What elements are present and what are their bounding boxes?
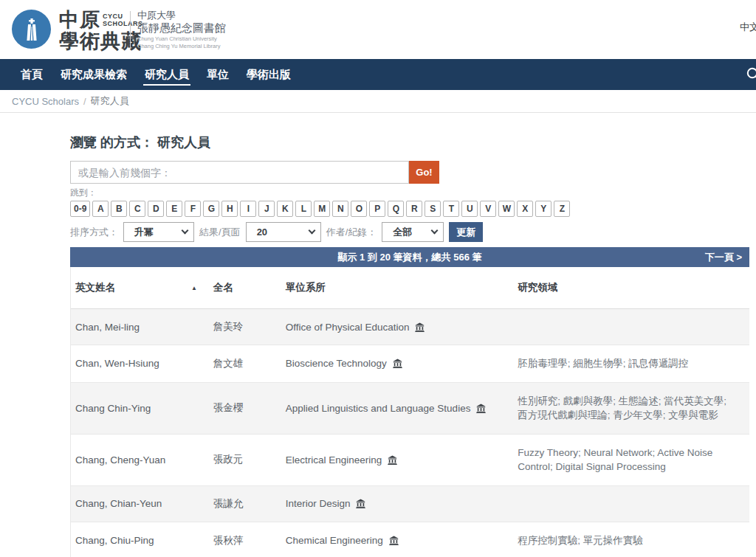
research-field-cell: 性別研究; 戲劇與教學; 生態論述; 當代英美文學; 西方現代戲劇與理論; 青少…	[513, 394, 749, 423]
results-per-page-select[interactable]: 20	[246, 222, 321, 242]
department-cell: Bioscience Technology	[281, 358, 514, 369]
department-cell: Electrical Engineering	[281, 454, 514, 466]
letter-jump-q[interactable]: Q	[388, 201, 404, 217]
researcher-full-name: 張謙允	[209, 497, 281, 511]
research-field-cell: 胚胎毒理學; 細胞生物學; 訊息傳遞調控	[513, 356, 749, 371]
column-header-research-field[interactable]: 研究領域	[513, 281, 749, 294]
department-link[interactable]: Electrical Engineering	[286, 454, 385, 466]
letter-jump-0-9[interactable]: 0-9	[70, 201, 90, 217]
chapel-tower-icon	[21, 17, 43, 42]
department-link[interactable]: Bioscience Technology	[286, 358, 390, 369]
alphabet-jump-row: 0-9 A B C D E F G H I J K L M N O P Q R …	[70, 201, 749, 217]
table-row: Chang Chin-Ying 張金櫻 Applied Linguistics …	[71, 383, 749, 435]
department-cell: Applied Linguistics and Language Studies	[281, 403, 514, 414]
letter-jump-r[interactable]: R	[406, 201, 422, 217]
researcher-name-link[interactable]: Chang, Chiu-Ping	[71, 535, 209, 546]
breadcrumb-current: 研究人員	[91, 94, 129, 108]
nav-item-publishing[interactable]: 學術出版	[238, 59, 300, 90]
column-header-department[interactable]: 單位系所	[281, 281, 514, 294]
nav-item-units[interactable]: 單位	[198, 59, 238, 90]
column-header-full-name[interactable]: 全名	[209, 281, 281, 294]
researcher-name-link[interactable]: Chang, Cheng-Yuan	[71, 454, 209, 466]
letter-jump-w[interactable]: W	[498, 201, 515, 217]
letter-jump-k[interactable]: K	[277, 201, 293, 217]
researcher-full-name: 張金櫻	[209, 401, 281, 415]
letter-jump-h[interactable]: H	[221, 201, 238, 217]
researcher-full-name: 詹美玲	[209, 320, 281, 333]
jump-to-label: 跳到：	[70, 187, 749, 199]
nav-item-researchers[interactable]: 研究人員	[136, 59, 198, 90]
prefix-search-input[interactable]	[70, 161, 409, 184]
library-title-block: 中原大學 張靜愚紀念圖書館 Chung Yuan Christian Unive…	[137, 10, 226, 50]
letter-jump-u[interactable]: U	[461, 201, 478, 217]
letter-jump-z[interactable]: Z	[554, 201, 570, 217]
department-cell: Interior Design	[281, 498, 514, 509]
letter-jump-f[interactable]: F	[185, 201, 201, 217]
nav-list: 首頁 研究成果檢索 研究人員 單位 學術出版	[0, 59, 300, 90]
researcher-full-name: 詹文雄	[209, 357, 281, 370]
researcher-name-link[interactable]: Chang Chin-Ying	[71, 403, 209, 414]
university-name-cn: 中原大學	[137, 10, 226, 21]
letter-jump-g[interactable]: G	[203, 201, 219, 217]
department-link[interactable]: Office of Physical Education	[286, 322, 413, 333]
sort-order-value: 升冪	[134, 226, 154, 239]
nav-search-button[interactable]	[746, 66, 756, 86]
department-link[interactable]: Interior Design	[286, 498, 354, 509]
institution-bank-icon	[476, 404, 486, 413]
researcher-name-link[interactable]: Chan, Wen-Hsiung	[71, 358, 209, 369]
letter-jump-e[interactable]: E	[166, 201, 182, 217]
letter-jump-s[interactable]: S	[425, 201, 441, 217]
letter-jump-v[interactable]: V	[480, 201, 496, 217]
letter-jump-y[interactable]: Y	[535, 201, 551, 217]
researcher-name-link[interactable]: Chang, Chian-Yeun	[71, 498, 209, 509]
language-switch-link[interactable]: 中文	[740, 21, 756, 34]
go-button[interactable]: Go!	[409, 161, 439, 184]
letter-jump-t[interactable]: T	[443, 201, 459, 217]
logo-divider	[130, 11, 131, 48]
department-cell: Chemical Engineering	[281, 535, 514, 546]
results-per-page-value: 20	[257, 226, 267, 238]
update-button[interactable]: 更新	[449, 222, 483, 242]
institution-bank-icon	[393, 359, 402, 368]
institution-bank-icon	[415, 322, 425, 332]
sort-order-select[interactable]: 升冪	[123, 222, 194, 242]
chevron-down-icon	[431, 227, 439, 235]
table-row: Chang, Chian-Yeun 張謙允 Interior Design	[71, 486, 749, 522]
result-count-summary: 顯示 1 到 20 筆資料，總共 566 筆	[70, 251, 749, 264]
department-cell: Office of Physical Education	[281, 322, 514, 333]
nav-item-results-search[interactable]: 研究成果檢索	[52, 59, 136, 90]
nav-item-home[interactable]: 首頁	[12, 59, 52, 90]
pagination-bar: 顯示 1 到 20 筆資料，總共 566 筆 下一頁 >	[70, 247, 749, 267]
letter-jump-b[interactable]: B	[111, 201, 127, 217]
sort-ascending-icon: ▲	[191, 285, 197, 291]
letter-jump-a[interactable]: A	[92, 201, 109, 217]
institution-bank-icon	[356, 499, 365, 508]
letter-jump-c[interactable]: C	[129, 201, 145, 217]
letter-jump-p[interactable]: P	[369, 201, 385, 217]
author-record-value: 全部	[393, 226, 412, 239]
department-link[interactable]: Chemical Engineering	[286, 535, 386, 546]
letter-jump-m[interactable]: M	[314, 201, 330, 217]
site-header: 中原 CYCU SCHOLARS 學術典藏 中原大學 張靜愚紀念圖書館 Chun…	[0, 0, 756, 59]
column-header-english-name[interactable]: 英文姓名 ▲	[71, 281, 209, 294]
search-icon	[746, 66, 756, 83]
department-link[interactable]: Applied Linguistics and Language Studies	[286, 403, 473, 414]
letter-jump-n[interactable]: N	[332, 201, 348, 217]
author-record-select[interactable]: 全部	[382, 222, 444, 242]
column-header-label: 英文姓名	[75, 281, 115, 294]
letter-jump-x[interactable]: X	[517, 201, 533, 217]
table-row: Chan, Wen-Hsiung 詹文雄 Bioscience Technolo…	[71, 345, 749, 383]
letter-jump-j[interactable]: J	[258, 201, 275, 217]
researcher-name-link[interactable]: Chan, Mei-ling	[71, 322, 209, 333]
next-page-link[interactable]: 下一頁 >	[705, 251, 742, 264]
letter-jump-l[interactable]: L	[295, 201, 312, 217]
research-field-cell: 程序控制實驗; 單元操作實驗	[513, 533, 749, 548]
breadcrumb-root-link[interactable]: CYCU Scholars	[12, 96, 79, 107]
letter-jump-d[interactable]: D	[148, 201, 164, 217]
cycu-chapel-logo-icon[interactable]	[12, 10, 51, 49]
prefix-search-row: Go!	[70, 161, 749, 184]
institution-bank-icon	[389, 536, 399, 545]
letter-jump-o[interactable]: O	[351, 201, 367, 217]
letter-jump-i[interactable]: I	[240, 201, 256, 217]
table-header-row: 英文姓名 ▲ 全名 單位系所 研究領域	[71, 267, 749, 309]
